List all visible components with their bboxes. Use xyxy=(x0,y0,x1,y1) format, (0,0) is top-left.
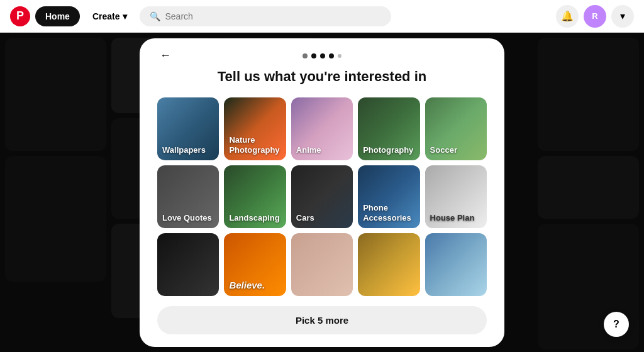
interest-label-anime: Anime xyxy=(296,145,321,155)
bell-icon: 🔔 xyxy=(561,10,574,22)
interests-modal: ← Tell us what you're interested in Wall… xyxy=(140,38,504,347)
interest-label-love-quotes: Love Quotes xyxy=(162,213,212,223)
interest-label-believe: Believe. xyxy=(229,280,265,291)
search-icon: 🔍 xyxy=(150,11,160,21)
chevron-down-icon: ▾ xyxy=(123,11,127,21)
modal-overlay: ← Tell us what you're interested in Wall… xyxy=(0,33,644,352)
create-button[interactable]: Create ▾ xyxy=(85,6,135,26)
interest-label-wallpapers: Wallpapers xyxy=(162,145,206,155)
account-menu-button[interactable]: ▾ xyxy=(611,5,634,28)
interests-grid: Wallpapers NaturePhotography Anime Photo… xyxy=(157,97,487,296)
interest-label-soccer: Soccer xyxy=(430,145,457,155)
modal-title: Tell us what you're interested in xyxy=(157,69,487,85)
interest-label-photography: Photography xyxy=(363,145,413,155)
interest-card-love-quotes[interactable]: Love Quotes xyxy=(157,165,219,228)
interest-card-wallpapers[interactable]: Wallpapers xyxy=(157,97,219,160)
dot-2 xyxy=(311,53,316,58)
interest-card-cars[interactable]: Cars xyxy=(291,165,353,228)
home-button[interactable]: Home xyxy=(35,6,80,26)
interest-label-house-plan: House Plan xyxy=(430,213,475,223)
interest-card-anime2[interactable] xyxy=(425,233,487,296)
interest-card-motorcycle[interactable] xyxy=(157,233,219,296)
modal-header: ← xyxy=(157,53,487,58)
dot-3 xyxy=(320,53,325,58)
interest-card-soccer[interactable]: Soccer xyxy=(425,97,487,160)
nav-right-actions: 🔔 R ▾ xyxy=(556,5,634,28)
interest-card-nature-photography[interactable]: NaturePhotography xyxy=(224,97,286,160)
interest-card-anime[interactable]: Anime xyxy=(291,97,353,160)
interest-card-fashion[interactable] xyxy=(291,233,353,296)
navbar: P Home Create ▾ 🔍 🔔 R ▾ xyxy=(0,0,644,33)
chevron-down-icon: ▾ xyxy=(620,10,625,22)
interest-label-landscaping: Landscaping xyxy=(229,213,279,223)
interest-label-nature-photography: NaturePhotography xyxy=(229,135,279,155)
interest-label-phone-accessories: PhoneAccessories xyxy=(363,203,411,223)
search-input[interactable] xyxy=(165,11,381,21)
pinterest-logo[interactable]: P xyxy=(10,6,30,26)
pick-more-button[interactable]: Pick 5 more xyxy=(157,306,487,334)
interest-card-phone-accessories[interactable]: PhoneAccessories xyxy=(358,165,419,228)
dot-5 xyxy=(338,54,341,58)
interest-card-landscape[interactable] xyxy=(358,233,419,296)
notification-button[interactable]: 🔔 xyxy=(556,5,579,28)
interest-card-house-plan[interactable]: House Plan xyxy=(425,165,487,228)
avatar[interactable]: R xyxy=(584,5,606,28)
dot-1 xyxy=(303,53,308,58)
interest-card-believe[interactable]: Believe. xyxy=(224,233,286,296)
interest-card-landscaping[interactable]: Landscaping xyxy=(224,165,286,228)
search-bar[interactable]: 🔍 xyxy=(140,6,391,26)
dot-4 xyxy=(329,53,334,58)
help-button[interactable]: ? xyxy=(604,312,629,337)
pagination-dots xyxy=(303,53,341,58)
interest-card-photography[interactable]: Photography xyxy=(358,97,419,160)
interest-label-cars: Cars xyxy=(296,213,314,223)
back-button[interactable]: ← xyxy=(157,47,174,65)
